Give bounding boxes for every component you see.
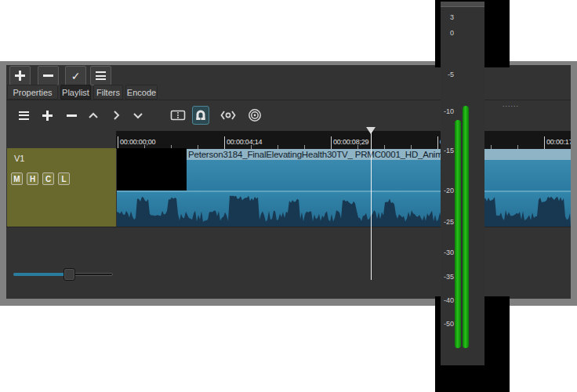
tabbar-divider <box>6 100 571 100</box>
window-content: ✓ Properties Playlist Filters Encode <box>6 65 571 299</box>
tab-properties[interactable]: Properties <box>7 85 58 100</box>
check-icon: ✓ <box>71 71 81 82</box>
chevron-down-icon <box>132 112 143 119</box>
meter-scale-label: 0 <box>441 29 454 37</box>
update-button[interactable]: ✓ <box>65 66 86 85</box>
meter-scale-label: -30 <box>441 249 454 256</box>
clip-title: Peterson3184_FinalElevatingHealth30TV_ P… <box>188 149 569 160</box>
ripple-button[interactable] <box>247 107 263 123</box>
track-name: V1 <box>14 154 24 163</box>
track-header-v1[interactable]: V1 M H C L <box>7 148 116 227</box>
meter-scale-label: -35 <box>441 273 454 281</box>
lift-button[interactable] <box>85 107 101 123</box>
meter-scale-label: -50 <box>441 320 454 328</box>
plus-icon <box>42 111 53 121</box>
timeline-append-button[interactable] <box>39 107 55 123</box>
chevron-right-icon <box>113 110 120 121</box>
track-separator <box>6 227 571 227</box>
track-lock-button[interactable]: L <box>58 172 70 185</box>
meter-bar-right-channel <box>463 106 469 348</box>
timeline-remove-button[interactable] <box>64 107 79 123</box>
chevron-up-icon <box>88 112 99 119</box>
audio-peak-meter: 3 0 -5 -10 -15 -20 -25 -30 -35 -40 -50 <box>441 2 484 365</box>
playhead-line <box>371 131 372 280</box>
track-hide-button[interactable]: H <box>27 172 38 185</box>
minus-icon <box>67 114 77 117</box>
snap-magnet-icon <box>194 109 207 122</box>
snap-toggle-button[interactable] <box>192 106 209 125</box>
ruler-major-tick <box>118 136 118 149</box>
menu-icon <box>96 71 106 80</box>
menu-button[interactable] <box>90 66 111 85</box>
meter-scale-label: -10 <box>441 107 454 115</box>
ruler-major-tick <box>224 136 225 149</box>
meter-grab-bar[interactable] <box>441 2 484 7</box>
remove-button[interactable] <box>38 66 59 85</box>
ruler-major-tick <box>437 136 438 149</box>
menu-icon <box>19 111 29 120</box>
clip-video-thumbnail <box>117 148 187 191</box>
ripple-icon <box>248 108 262 122</box>
add-button[interactable] <box>9 66 31 85</box>
meter-scale-label: -5 <box>441 71 454 78</box>
meter-scale-label: -25 <box>441 218 454 226</box>
minus-icon <box>43 74 53 77</box>
track-composite-button[interactable]: C <box>42 172 54 185</box>
meter-scale-label: -20 <box>441 187 454 194</box>
panel-overflow-dots: ...... <box>503 100 519 108</box>
screen: { "top_toolbar": { "buttons": [ {"id": "… <box>0 0 577 392</box>
meter-scale-label: -15 <box>441 147 454 154</box>
scrub-while-dragging-icon <box>220 110 236 121</box>
meter-bar-left-channel <box>455 120 461 348</box>
timeline-zoom-slider-handle[interactable] <box>64 268 75 281</box>
plus-icon <box>15 71 25 81</box>
timeline-zoom-slider-fill <box>13 273 66 276</box>
tab-filters[interactable]: Filters <box>93 85 123 100</box>
clip-properties-button[interactable] <box>170 107 186 123</box>
timeline-ruler[interactable]: 00:00:00;00 00:00:04;14 00:00:08;29 00:0… <box>116 131 571 149</box>
audio-waveform <box>117 192 571 227</box>
app-window: ✓ Properties Playlist Filters Encode <box>0 61 577 306</box>
ruler-major-tick <box>331 136 332 149</box>
overwrite-button[interactable] <box>108 107 124 123</box>
tab-playlist[interactable]: Playlist <box>60 85 91 100</box>
timeline-menu-button[interactable] <box>16 107 31 123</box>
ruler-major-tick <box>544 136 545 149</box>
timeline-clip[interactable]: Peterson3184_FinalElevatingHealth30TV_ P… <box>117 148 571 227</box>
scrub-while-dragging-button[interactable] <box>220 107 236 123</box>
meter-scale-label: 3 <box>441 13 454 21</box>
tab-encode[interactable]: Encode <box>125 85 158 100</box>
overwrite-down-button[interactable] <box>130 107 146 123</box>
clip-properties-icon <box>170 110 186 121</box>
track-mute-button[interactable]: M <box>11 172 23 185</box>
meter-scale-label: -40 <box>441 296 454 304</box>
